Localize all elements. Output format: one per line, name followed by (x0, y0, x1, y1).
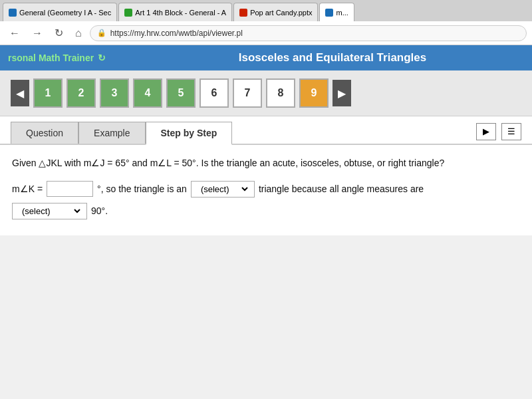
m-angle-k-label: m∠K = (12, 182, 43, 196)
app-header-left: rsonal Math Trainer ↻ (8, 53, 141, 63)
tab-label-geometry: General (Geometry I A - Sec (19, 9, 111, 17)
play-icon: ▶ (483, 126, 489, 136)
tab-example[interactable]: Example (78, 122, 145, 144)
answer-row-2: (select) less than greater than equal to… (12, 203, 520, 219)
tab-label-art: Art 1 4th Block - General - A (135, 9, 226, 17)
notes-icon: ☰ (507, 126, 515, 136)
answer-row-1: m∠K = °, so the triangle is an (select) … (12, 181, 520, 198)
home-button[interactable]: ⌂ (71, 26, 86, 41)
q-btn-2[interactable]: 2 (66, 78, 96, 108)
q-btn-3[interactable]: 3 (100, 78, 129, 108)
tab-popart[interactable]: Pop art Candy.pptx (233, 3, 318, 21)
app-title: Isosceles and Equilateral Triangles (141, 51, 524, 65)
triangle-because-text: triangle because all angle measures are (259, 182, 424, 196)
angle-type-select[interactable]: (select) less than greater than equal to (17, 205, 82, 217)
tab-label-m: m... (336, 9, 348, 17)
tabs-row: Question Example Step by Step ▶ ☰ (0, 116, 532, 145)
q-btn-7[interactable]: 7 (233, 78, 262, 108)
play-icon-box[interactable]: ▶ (476, 123, 496, 140)
tab-step-label: Step by Step (161, 128, 217, 138)
app-header: rsonal Math Trainer ↻ Isosceles and Equi… (0, 45, 532, 70)
question-body: Given △JKL with m∠J = 65° and m∠L = 50°.… (12, 158, 444, 168)
browser-tabs: General (Geometry I A - Sec Art 1 4th Bl… (0, 0, 532, 21)
question-nav: ◀ 1 2 3 4 5 6 7 8 9 ▶ (0, 70, 532, 116)
browser-nav: ← → ↻ ⌂ 🔒 https://my.hrw.com/wwtb/api/vi… (0, 21, 532, 45)
triangle-type-select-wrapper[interactable]: (select) acute isosceles obtuse right (191, 181, 255, 198)
tab-question-label: Question (26, 128, 63, 138)
q-btn-6[interactable]: 6 (200, 78, 229, 108)
refresh-icon: ↻ (98, 53, 106, 63)
tab-art[interactable]: Art 1 4th Block - General - A (118, 3, 232, 21)
address-bar[interactable]: 🔒 https://my.hrw.com/wwtb/api/viewer.pl (90, 25, 527, 41)
triangle-type-select[interactable]: (select) acute isosceles obtuse right (196, 184, 250, 195)
tab-m[interactable]: m... (319, 3, 354, 21)
tab-label-popart: Pop art Candy.pptx (250, 9, 312, 17)
tab-icon-art (124, 9, 132, 17)
content-area: Given △JKL with m∠J = 65° and m∠L = 50°.… (0, 145, 532, 235)
tab-example-label: Example (94, 128, 130, 138)
refresh-button[interactable]: ↻ (51, 25, 67, 41)
lock-icon: 🔒 (97, 29, 106, 37)
q-btn-5[interactable]: 5 (166, 78, 196, 108)
angle-k-input[interactable] (47, 181, 93, 197)
tab-step-by-step[interactable]: Step by Step (146, 122, 233, 145)
url-text: https://my.hrw.com/wwtb/api/viewer.pl (110, 29, 243, 38)
back-button[interactable]: ← (5, 26, 24, 41)
tab-geometry[interactable]: General (Geometry I A - Sec (3, 3, 117, 21)
q-btn-9[interactable]: 9 (299, 78, 329, 108)
q-btn-1[interactable]: 1 (33, 78, 63, 108)
tab-icon-popart (239, 9, 247, 17)
tab-question[interactable]: Question (11, 122, 78, 144)
forward-button[interactable]: → (28, 26, 47, 41)
next-question-button[interactable]: ▶ (332, 80, 351, 106)
trainer-label: rsonal Math Trainer (8, 53, 94, 63)
q-btn-8[interactable]: 8 (266, 78, 295, 108)
degree-symbol: °, so the triangle is an (97, 182, 187, 196)
prev-question-button[interactable]: ◀ (11, 80, 29, 106)
question-text: Given △JKL with m∠J = 65° and m∠L = 50°.… (12, 156, 520, 172)
ninety-text: 90°. (91, 203, 108, 218)
tab-icons: ▶ ☰ (476, 123, 521, 143)
notes-icon-box[interactable]: ☰ (501, 123, 521, 140)
q-btn-4[interactable]: 4 (133, 78, 162, 108)
angle-type-select-wrapper[interactable]: (select) less than greater than equal to (12, 203, 87, 219)
tab-icon-geometry (9, 9, 17, 17)
tab-icon-m (325, 9, 333, 17)
